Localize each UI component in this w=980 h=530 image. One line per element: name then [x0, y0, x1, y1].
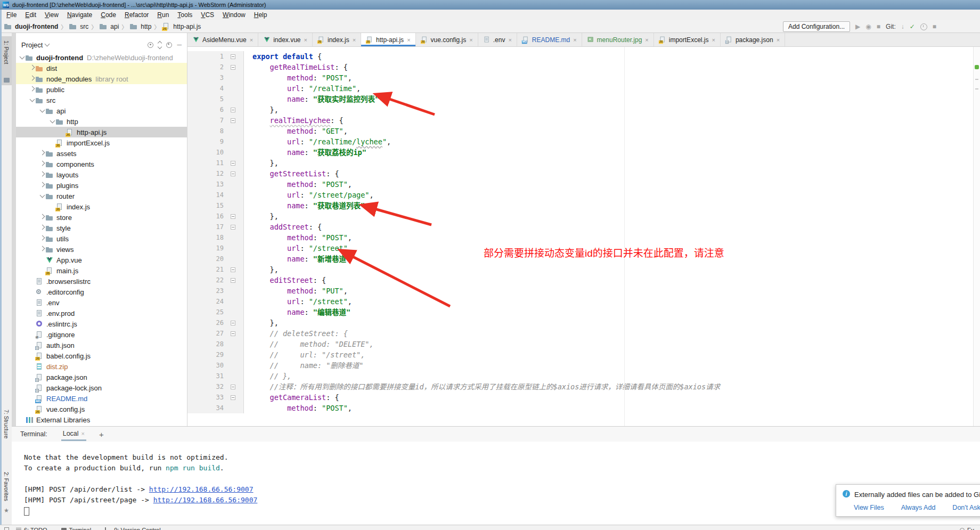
close-icon[interactable]: × — [573, 37, 576, 43]
close-icon[interactable]: × — [407, 37, 410, 43]
tree-item-babel.config.js[interactable]: JSbabel.config.js — [16, 350, 187, 361]
tree-item-public[interactable]: public — [16, 84, 187, 95]
tree-item-importExcel.js[interactable]: JSimportExcel.js — [16, 137, 187, 148]
error-stripe[interactable] — [973, 47, 980, 426]
tab-index.vue[interactable]: index.vue× — [258, 33, 313, 46]
tree-item-src[interactable]: src — [16, 95, 187, 105]
fold-icon[interactable] — [231, 65, 235, 70]
close-icon[interactable]: × — [469, 37, 472, 43]
statusbar-event-log[interactable]: Ev — [960, 527, 974, 530]
run-icon[interactable]: ▶ — [855, 23, 860, 30]
tree-item-External Libraries[interactable]: External Libraries — [16, 414, 187, 425]
tab-menuRouter.jpg[interactable]: menuRouter.jpg× — [582, 33, 654, 46]
tree-item-router[interactable]: router — [16, 191, 187, 201]
git-update-icon[interactable]: ↓ — [901, 23, 904, 30]
fold-icon[interactable] — [231, 278, 235, 283]
tree-item-.editorconfig[interactable]: .editorconfig — [16, 287, 187, 297]
fold-icon[interactable] — [231, 225, 235, 230]
fold-icon[interactable] — [231, 267, 235, 272]
breadcrumb-item-duoji-frontend[interactable]: duoji-frontend — [15, 23, 58, 30]
close-icon[interactable]: × — [777, 37, 780, 43]
tree-item-.gitignore[interactable]: ⊘.gitignore — [16, 329, 187, 340]
toolwindow-project-button[interactable]: 1: Project — [2, 36, 12, 85]
tree-item-node_modules[interactable]: node_moduleslibrary root — [16, 74, 187, 84]
tree-item-dist.zip[interactable]: dist.zip — [16, 361, 187, 372]
tree-item-plugins[interactable]: plugins — [16, 180, 187, 191]
tree-item-assets[interactable]: assets — [16, 148, 187, 159]
menu-code[interactable]: Code — [96, 11, 120, 19]
close-icon[interactable]: × — [250, 37, 253, 43]
statusbar-item-Terminal[interactable]: Terminal — [61, 527, 92, 530]
tree-item-duoji-frontend[interactable]: duoji-frontendD:\zheheWeb\duoji-frontend — [16, 52, 187, 63]
tab-.env[interactable]: .env× — [478, 33, 517, 46]
tree-item-auth.json[interactable]: {}auth.json — [16, 340, 187, 350]
code-editor[interactable]: 1export default {2 getRealTimeList: {3 m… — [187, 47, 974, 426]
close-icon[interactable]: × — [353, 37, 356, 43]
notification-action-0[interactable]: View Files — [854, 504, 884, 511]
menu-refactor[interactable]: Refactor — [120, 11, 153, 19]
tab-README.md[interactable]: MDREADME.md× — [517, 33, 582, 46]
tab-importExcel.js[interactable]: JSimportExcel.js× — [654, 33, 721, 46]
fold-icon[interactable] — [231, 118, 235, 123]
notification-action-1[interactable]: Always Add — [901, 504, 936, 511]
terminal-link[interactable]: http://192.168.66.56:9007 — [149, 485, 254, 493]
menu-run[interactable]: Run — [153, 11, 173, 19]
close-icon[interactable]: × — [304, 37, 307, 43]
tree-item-dist[interactable]: dist — [16, 63, 187, 74]
tree-item-utils[interactable]: utils — [16, 233, 187, 244]
menu-edit[interactable]: Edit — [21, 11, 40, 19]
menu-navigate[interactable]: Navigate — [63, 11, 96, 19]
close-icon[interactable]: × — [508, 37, 511, 43]
fold-icon[interactable] — [231, 385, 235, 389]
tree-item-main.js[interactable]: JSmain.js — [16, 265, 187, 276]
tree-item-.eslintrc.js[interactable]: .eslintrc.js — [16, 319, 187, 329]
tab-http-api.js[interactable]: JShttp-api.js× — [361, 33, 415, 46]
toolwindow-toggle-icon[interactable] — [4, 527, 9, 530]
tree-item-package.json[interactable]: {}package.json — [16, 372, 187, 382]
debug-icon[interactable]: ◉ — [865, 23, 871, 30]
tree-item-README.md[interactable]: MDREADME.md — [16, 393, 187, 404]
breadcrumb-item-http-api.js[interactable]: http-api.js — [173, 23, 201, 30]
add-configuration-button[interactable]: Add Configuration... — [783, 21, 850, 32]
hide-panel-icon[interactable]: ─ — [177, 42, 182, 47]
tree-item-api[interactable]: api — [16, 105, 187, 116]
terminal-tab-local[interactable]: Local × — [61, 428, 86, 441]
tree-item-http[interactable]: http — [16, 116, 187, 127]
tree-item-store[interactable]: store — [16, 212, 187, 223]
tab-AsideMenu.vue[interactable]: AsideMenu.vue× — [187, 33, 258, 46]
tree-item-index.js[interactable]: JSindex.js — [16, 201, 187, 212]
statusbar-item-9: Version Control[interactable]: 9: Version Control — [105, 527, 160, 530]
close-icon[interactable]: × — [81, 430, 85, 437]
panel-scrollbar[interactable] — [12, 33, 16, 426]
project-panel-title[interactable]: Project — [21, 41, 43, 49]
git-commit-icon[interactable]: ✓ — [910, 23, 915, 30]
breadcrumb-item-api[interactable]: api — [110, 23, 119, 30]
terminal-output[interactable]: Note that the development build is not o… — [12, 442, 980, 516]
locate-file-icon[interactable] — [148, 42, 153, 48]
gear-icon[interactable] — [166, 42, 172, 48]
tree-item-vue.config.js[interactable]: JSvue.config.js — [16, 404, 187, 414]
tree-item-http-api.js[interactable]: JShttp-api.js — [16, 127, 187, 137]
editor-area[interactable]: AsideMenu.vue×index.vue×JSindex.js×JShtt… — [187, 33, 980, 426]
fold-icon[interactable] — [231, 54, 235, 59]
statusbar-item-6: TODO[interactable]: 6: TODO — [16, 527, 47, 530]
menu-view[interactable]: View — [40, 11, 63, 19]
tab-index.js[interactable]: JSindex.js× — [313, 33, 361, 46]
tree-item-.browserslistrc[interactable]: .browserslistrc — [16, 276, 187, 287]
menu-file[interactable]: File — [2, 11, 21, 19]
terminal-link[interactable]: http://192.168.66.56:9007 — [153, 496, 258, 504]
tab-vue.config.js[interactable]: JSvue.config.js× — [416, 33, 478, 46]
tree-item-views[interactable]: views — [16, 244, 187, 255]
fold-icon[interactable] — [231, 321, 235, 325]
fold-icon[interactable] — [231, 395, 235, 400]
breadcrumb-item-http[interactable]: http — [141, 23, 151, 30]
menu-help[interactable]: Help — [250, 11, 272, 19]
menu-window[interactable]: Window — [218, 11, 250, 19]
tab-package.json[interactable]: {}package.json× — [721, 33, 785, 46]
tree-item-layouts[interactable]: layouts — [16, 169, 187, 180]
tree-item-.env.prod[interactable]: .env.prod — [16, 308, 187, 319]
tree-item-.env[interactable]: .env — [16, 297, 187, 308]
new-terminal-icon[interactable]: + — [99, 430, 104, 439]
expand-collapse-icon[interactable] — [158, 42, 161, 48]
fold-icon[interactable] — [231, 331, 235, 336]
